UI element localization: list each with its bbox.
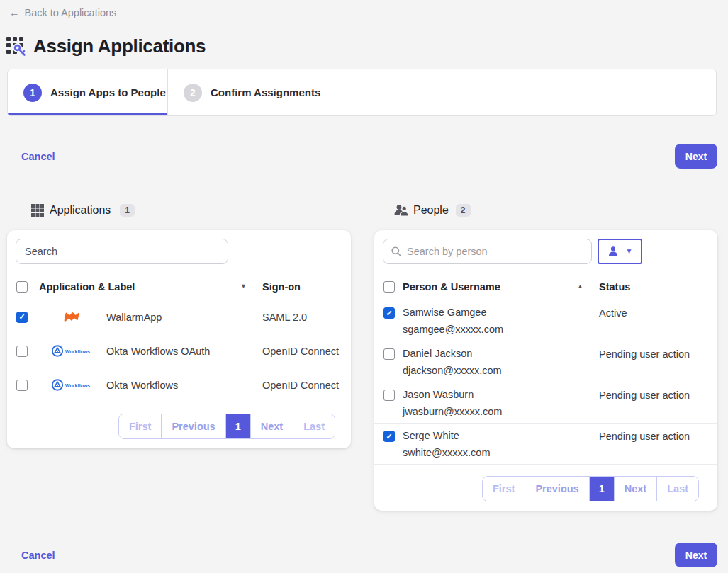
sort-caret-down-icon: ▼ (240, 283, 247, 290)
tab-2-label: Confirm Assignments (211, 86, 320, 98)
pagination-first-button[interactable]: First (119, 414, 161, 438)
application-label-column-label: Application & Label (39, 281, 135, 293)
svg-text:Workflows: Workflows (65, 349, 90, 354)
person-name: Samwise Gamgee (403, 306, 599, 319)
caret-down-icon: ▼ (626, 248, 633, 255)
next-button-bottom[interactable]: Next (675, 543, 717, 567)
person-username: sgamgee@xxxxx.com (403, 323, 599, 336)
active-tab-underline (8, 113, 167, 115)
applications-search-row (7, 230, 351, 273)
pagination-previous-button[interactable]: Previous (161, 414, 225, 438)
application-name: Okta Workflows (106, 380, 262, 391)
application-name: WallarmApp (106, 312, 262, 323)
people-column: People 2 (374, 202, 717, 511)
tab-assign-apps-to-people[interactable]: 1 Assign Apps to People (8, 69, 168, 115)
cancel-link-top[interactable]: Cancel (21, 151, 55, 162)
person-row: ✓ Samwise Gamgee sgamgee@xxxxx.com Activ… (374, 300, 717, 341)
pagination-page-1-button[interactable]: 1 (225, 414, 250, 438)
person-row-checkbox[interactable] (383, 390, 395, 401)
application-signon: SAML 2.0 (262, 312, 351, 323)
person-status: Pending user action (599, 429, 717, 459)
person-username: jwasburn@xxxxx.com (403, 405, 599, 418)
application-row: Workflows Okta Workflows OpenID Connect (7, 368, 351, 402)
pagination-page-1-button[interactable]: 1 (589, 477, 614, 501)
applications-table-header: Application & Label ▼ Sign-on (7, 273, 351, 300)
applications-card: Application & Label ▼ Sign-on ✓ WallarmA… (7, 230, 351, 448)
application-row: ✓ WallarmApp SAML 2.0 (7, 300, 351, 334)
person-name: Serge White (403, 429, 599, 442)
applications-heading: Applications (50, 204, 111, 217)
people-pagination: First Previous 1 Next Last (374, 465, 717, 511)
application-label-sort-header[interactable]: Application & Label ▼ (39, 281, 262, 293)
step-1-badge: 1 (23, 84, 42, 102)
back-row: ← Back to Applications (0, 0, 728, 19)
people-card: ▼ Person & Username ▲ Status ✓ Samwise G… (374, 230, 717, 511)
pagination-last-button[interactable]: Last (293, 414, 335, 438)
person-row-checkbox[interactable] (383, 348, 395, 360)
person-filter-icon (607, 246, 619, 257)
applications-select-all-checkbox[interactable] (16, 281, 28, 293)
application-signon: OpenID Connect (262, 346, 351, 357)
page-title: Assign Applications (33, 35, 206, 57)
person-status: Pending user action (599, 388, 717, 418)
pagination-last-button[interactable]: Last (656, 477, 698, 501)
okta-workflows-logo-icon: Workflows (39, 378, 106, 392)
bottom-action-row: Cancel Next (21, 543, 717, 567)
applications-search-input[interactable] (16, 239, 228, 264)
check-icon: ✓ (18, 312, 25, 322)
person-row: Daniel Jackson djackson@xxxxx.com Pendin… (374, 341, 717, 382)
next-button-top[interactable]: Next (675, 144, 717, 169)
wallarm-logo-icon (39, 311, 106, 323)
application-row: Workflows Okta Workflows OAuth OpenID Co… (7, 334, 351, 368)
back-link-label: Back to Applications (25, 7, 117, 18)
back-arrow-icon: ← (9, 7, 20, 18)
step-2-badge: 2 (184, 84, 202, 102)
pagination-first-button[interactable]: First (483, 477, 525, 501)
pagination-next-button[interactable]: Next (250, 414, 293, 438)
sort-caret-up-icon: ▲ (577, 283, 583, 290)
person-username: swhite@xxxxx.com (403, 446, 599, 459)
pagination-group: First Previous 1 Next Last (118, 414, 335, 439)
tab-1-label: Assign Apps to People (50, 86, 166, 98)
application-name: Okta Workflows OAuth (106, 346, 262, 357)
pagination-next-button[interactable]: Next (614, 477, 656, 501)
person-status: Active (599, 306, 717, 336)
person-filter-dropdown[interactable]: ▼ (598, 239, 642, 264)
assign-applications-icon (6, 36, 26, 57)
applications-pagination: First Previous 1 Next Last (7, 402, 351, 448)
cancel-link-bottom[interactable]: Cancel (21, 550, 55, 561)
people-icon (394, 204, 410, 217)
applications-grid-icon (31, 204, 44, 217)
application-row-checkbox[interactable] (16, 380, 28, 391)
check-icon: ✓ (386, 309, 392, 318)
pagination-previous-button[interactable]: Previous (525, 477, 588, 501)
person-username-sort-header[interactable]: Person & Username ▲ (403, 281, 599, 293)
okta-workflows-logo-icon: Workflows (39, 344, 106, 358)
tab-confirm-assignments[interactable]: 2 Confirm Assignments (168, 69, 323, 115)
person-row: Jason Wasburn jwasburn@xxxxx.com Pending… (374, 382, 717, 424)
person-name: Daniel Jackson (403, 347, 599, 360)
person-row: ✓ Serge White swhite@xxxxx.com Pending u… (374, 424, 717, 465)
people-search-input[interactable] (383, 239, 592, 264)
people-heading: People (413, 204, 449, 217)
wizard-tabbar: 1 Assign Apps to People 2 Confirm Assign… (7, 69, 717, 116)
pagination-group: First Previous 1 Next Last (482, 476, 699, 501)
signon-column-label: Sign-on (262, 281, 351, 293)
person-row-checkbox[interactable]: ✓ (383, 431, 395, 442)
application-row-checkbox[interactable] (16, 346, 28, 357)
person-name: Jason Wasburn (403, 388, 599, 401)
people-section-head: People 2 (394, 202, 717, 219)
applications-section-head: Applications 1 (31, 202, 351, 219)
person-row-checkbox[interactable]: ✓ (383, 307, 395, 319)
application-row-checkbox[interactable]: ✓ (16, 312, 28, 323)
person-username-column-label: Person & Username (403, 281, 500, 293)
applications-count-badge: 1 (120, 204, 135, 217)
applications-column: Applications 1 Application & Label ▼ Sig… (7, 202, 351, 448)
back-to-applications-link[interactable]: ← Back to Applications (9, 7, 116, 18)
people-count-badge: 2 (456, 204, 471, 217)
top-action-row: Cancel Next (21, 144, 717, 169)
people-search-row: ▼ (374, 230, 717, 273)
person-username: djackson@xxxxx.com (403, 364, 599, 377)
search-icon (391, 246, 402, 260)
people-select-all-checkbox[interactable] (383, 281, 395, 293)
